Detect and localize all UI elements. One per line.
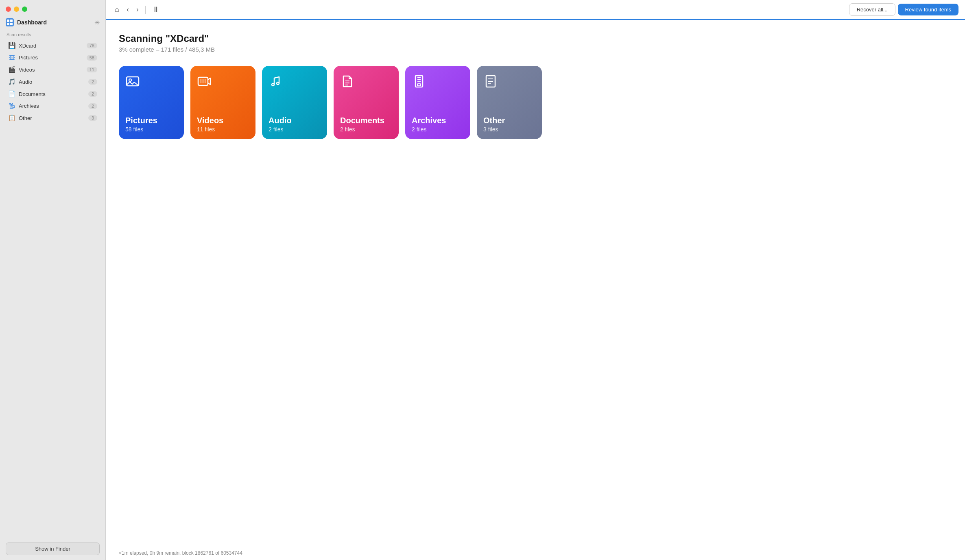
sidebar-item-documents-count: 2 [88, 91, 97, 97]
sidebar-item-videos[interactable]: 🎬 Videos 11 [2, 64, 103, 75]
sidebar-item-videos-label: Videos [19, 67, 83, 73]
spinner-icon: ✳ [94, 19, 100, 26]
sidebar-item-documents[interactable]: 📄 Documents 2 [2, 88, 103, 100]
card-pictures[interactable]: Pictures 58 files [119, 66, 184, 139]
scan-results-label: Scan results [0, 31, 105, 39]
card-archives-label: Archives [412, 115, 464, 125]
sidebar-item-videos-count: 11 [87, 67, 97, 72]
card-videos[interactable]: Videos 11 files [190, 66, 255, 139]
archives-card-icon [412, 74, 426, 92]
card-videos-label: Videos [197, 115, 249, 125]
other-card-icon [483, 74, 498, 92]
sidebar-item-audio-count: 2 [88, 79, 97, 85]
main-area: ⌂ ‹ › ⏸ Recover all... Review found item… [106, 0, 965, 560]
dashboard-label: Dashboard [17, 19, 91, 26]
documents-card-icon [340, 74, 355, 92]
pause-icon[interactable]: ⏸ [150, 4, 162, 15]
audio-icon: 🎵 [8, 78, 15, 85]
card-pictures-label: Pictures [125, 115, 177, 125]
card-audio-count: 2 files [269, 126, 321, 133]
pictures-card-icon [125, 74, 140, 92]
sidebar-item-xdcard[interactable]: 💾 XDcard 78 [2, 40, 103, 51]
archives-icon: 🗜 [8, 102, 15, 109]
card-archives-count: 2 files [412, 126, 464, 133]
other-icon: 📋 [8, 114, 15, 122]
sidebar-item-other-count: 3 [88, 115, 97, 121]
card-archives[interactable]: Archives 2 files [405, 66, 470, 139]
close-button[interactable] [6, 7, 11, 12]
forward-icon[interactable]: › [134, 4, 141, 15]
svg-point-6 [272, 83, 274, 86]
pictures-icon: 🖼 [8, 54, 15, 61]
home-icon[interactable]: ⌂ [112, 4, 122, 15]
toolbar: ⌂ ‹ › ⏸ Recover all... Review found item… [106, 0, 965, 20]
back-icon[interactable]: ‹ [124, 4, 131, 15]
main-content: Scanning "XDcard" 3% complete – 171 file… [106, 20, 965, 546]
sidebar-item-audio-label: Audio [19, 79, 85, 85]
sidebar-item-documents-label: Documents [19, 91, 85, 97]
dashboard-row[interactable]: Dashboard ✳ [0, 16, 105, 31]
svg-rect-15 [417, 84, 421, 86]
audio-card-icon [269, 74, 283, 92]
svg-point-1 [129, 79, 131, 81]
card-audio[interactable]: Audio 2 files [262, 66, 327, 139]
card-documents[interactable]: Documents 2 files [334, 66, 399, 139]
sidebar-item-other[interactable]: 📋 Other 3 [2, 112, 103, 124]
status-bar: <1m elapsed, 0h 9m remain, block 1862761… [106, 546, 965, 560]
sidebar: Dashboard ✳ Scan results 💾 XDcard 78 🖼 P… [0, 0, 106, 560]
sidebar-item-pictures-label: Pictures [19, 54, 83, 61]
sidebar-item-pictures-count: 58 [87, 55, 97, 61]
file-type-cards: Pictures 58 files Videos 11 files [119, 66, 952, 139]
card-other-count: 3 files [483, 126, 535, 133]
sidebar-item-pictures[interactable]: 🖼 Pictures 58 [2, 52, 103, 63]
card-documents-label: Documents [340, 115, 392, 125]
card-other[interactable]: Other 3 files [477, 66, 542, 139]
toolbar-separator [145, 6, 146, 14]
sidebar-item-archives-count: 2 [88, 103, 97, 109]
minimize-button[interactable] [14, 7, 19, 12]
review-found-items-button[interactable]: Review found items [898, 4, 958, 15]
maximize-button[interactable] [22, 7, 27, 12]
sidebar-item-xdcard-label: XDcard [19, 43, 83, 49]
sidebar-item-other-label: Other [19, 115, 85, 121]
sidebar-item-archives-label: Archives [19, 103, 85, 109]
sidebar-item-audio[interactable]: 🎵 Audio 2 [2, 76, 103, 87]
videos-card-icon [197, 74, 212, 92]
scan-title: Scanning "XDcard" [119, 33, 952, 44]
recover-all-button[interactable]: Recover all... [849, 3, 895, 16]
show-in-finder-button[interactable]: Show in Finder [6, 543, 100, 555]
card-pictures-count: 58 files [125, 126, 177, 133]
window-controls [0, 0, 105, 16]
videos-icon: 🎬 [8, 66, 15, 73]
documents-icon: 📄 [8, 90, 15, 98]
dashboard-icon [6, 18, 14, 26]
card-documents-count: 2 files [340, 126, 392, 133]
sidebar-item-xdcard-count: 78 [87, 43, 97, 48]
card-audio-label: Audio [269, 115, 321, 125]
card-other-label: Other [483, 115, 535, 125]
svg-point-7 [277, 82, 279, 85]
sidebar-item-archives[interactable]: 🗜 Archives 2 [2, 100, 103, 111]
scan-subtitle: 3% complete – 171 files / 485,3 MB [119, 46, 952, 53]
traffic-lights [6, 7, 27, 12]
drive-icon: 💾 [8, 42, 15, 49]
card-videos-count: 11 files [197, 126, 249, 133]
